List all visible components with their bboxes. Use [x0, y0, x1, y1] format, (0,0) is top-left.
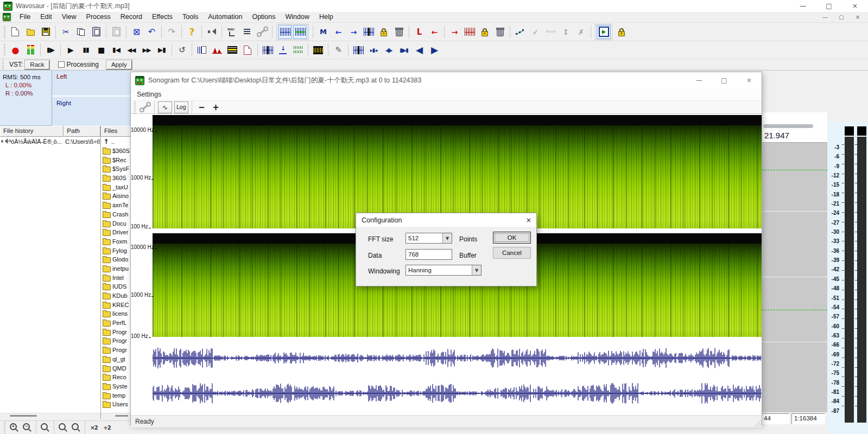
level-meter[interactable] — [23, 43, 37, 57]
waveform-scale-toggle[interactable]: ∿ — [158, 101, 172, 113]
meter-clip-indicator-left[interactable] — [845, 126, 854, 136]
fast-forward[interactable]: ▶▶ — [140, 43, 154, 57]
zoom-half[interactable]: ÷2 — [101, 422, 113, 433]
log-scale-toggle[interactable]: Log — [174, 101, 188, 113]
marker-view[interactable] — [362, 25, 376, 39]
oscilloscope-view[interactable] — [291, 43, 305, 57]
column-header-file-history[interactable]: File history — [0, 126, 64, 137]
chevron-down-icon[interactable]: ▼ — [442, 233, 452, 243]
marker-previous[interactable]: ← — [331, 25, 345, 39]
menu-item-automation[interactable]: Automation — [203, 12, 247, 22]
menu-item-settings[interactable]: Settings — [137, 91, 161, 98]
sonogram-zoom-in[interactable]: + — [209, 102, 222, 113]
pause[interactable]: ▮▮ — [79, 43, 93, 57]
stop[interactable]: ■ — [94, 43, 108, 57]
zoom-out[interactable] — [21, 422, 33, 433]
menu-item-help[interactable]: Help — [314, 12, 338, 22]
help[interactable]: ? — [185, 25, 199, 39]
file-history-row[interactable]: ºóÂ½ÃŵÄÏÄ-Ê®¸ö... C:\Users\ß÷ß÷... — [0, 137, 100, 146]
paste[interactable] — [89, 25, 103, 39]
vst-rack-button[interactable]: Rack — [25, 60, 49, 69]
waveform-left-channel[interactable] — [153, 346, 762, 370]
rewind[interactable]: ◀◀ — [124, 43, 138, 57]
loop-playback[interactable]: ↺ — [175, 43, 189, 57]
processing-checkbox[interactable] — [58, 61, 65, 68]
menu-item-options[interactable]: Options — [247, 12, 280, 22]
dialog-close-button[interactable]: × — [521, 213, 536, 227]
envelope-edit[interactable] — [513, 25, 527, 39]
snap-to-zero-crossing[interactable] — [276, 43, 290, 57]
waveform-right-channel[interactable] — [153, 381, 762, 405]
column-header-path[interactable]: Path — [64, 126, 100, 137]
scrollbar-thumb[interactable] — [115, 415, 128, 417]
audio-output[interactable] — [205, 25, 219, 39]
menu-item-effects[interactable]: Effects — [147, 12, 178, 22]
record[interactable]: ● — [8, 43, 22, 57]
sonogram-config-wrench[interactable] — [138, 102, 151, 113]
pencil-edit[interactable]: ✎ — [331, 43, 345, 57]
menu-item-edit[interactable]: Edit — [35, 12, 57, 22]
fft-size-combo[interactable]: 512 ▼ — [406, 233, 452, 244]
zoom-in[interactable] — [8, 422, 20, 433]
menu-item-process[interactable]: Process — [81, 12, 116, 22]
crop-selection[interactable]: ⊠ — [129, 25, 143, 39]
sonogram-title-bar[interactable]: Sonogram for C:\Users\喵喵\Desktop\日常文件\后陆… — [131, 72, 762, 88]
loop-delete[interactable] — [493, 25, 507, 39]
sonogram-view[interactable] — [225, 43, 239, 57]
waveform-view[interactable] — [278, 25, 292, 39]
menu-item-file[interactable]: File — [15, 12, 35, 22]
marker-delete[interactable] — [392, 25, 406, 39]
midi-settings[interactable] — [225, 25, 239, 39]
meter-clip-indicator-right[interactable] — [857, 126, 866, 136]
zoom-selection[interactable] — [39, 422, 51, 433]
loop-set[interactable]: L — [412, 25, 426, 39]
menu-item-view[interactable]: View — [57, 12, 81, 22]
resize-grip[interactable] — [753, 419, 761, 427]
mdi-minimize-button[interactable]: — — [817, 12, 833, 22]
mdi-close-button[interactable]: × — [850, 12, 866, 22]
play-from-cursor[interactable]: ▮▶ — [43, 43, 58, 57]
windowing-combo[interactable]: Hanning ▼ — [406, 265, 481, 276]
minimize-button[interactable]: — — [790, 0, 816, 12]
copy[interactable] — [74, 25, 88, 39]
main-waveform-background[interactable] — [762, 142, 827, 412]
playlist[interactable] — [240, 25, 254, 39]
fade-in[interactable]: ◀ — [412, 43, 426, 57]
sonogram-close-button[interactable]: × — [737, 72, 762, 88]
expand-selection[interactable]: ◂▮▸ — [382, 43, 396, 57]
text-report[interactable] — [240, 43, 255, 57]
spectrum-analysis[interactable] — [210, 43, 224, 57]
go-to-end[interactable]: ▶▮ — [155, 43, 169, 57]
zoom-all[interactable] — [70, 422, 82, 433]
go-to-start[interactable]: ▮◀ — [109, 43, 123, 57]
marker-lock[interactable] — [377, 25, 391, 39]
cancel-button[interactable]: Cancel — [493, 247, 531, 259]
loop-start[interactable]: ← — [427, 25, 441, 39]
apply-button[interactable]: Apply — [106, 60, 132, 69]
split-selection[interactable]: ▮▶▮ — [397, 43, 411, 57]
menu-item-window[interactable]: Window — [281, 12, 314, 22]
zoom-x2[interactable]: ×2 — [88, 422, 100, 433]
sonogram-zoom-out[interactable]: − — [195, 102, 208, 113]
chevron-down-icon[interactable]: ▼ — [472, 265, 481, 275]
statistics[interactable] — [195, 43, 209, 57]
synthesis-view[interactable] — [311, 43, 325, 57]
global-lock[interactable] — [614, 25, 629, 39]
data-input[interactable]: 768 — [406, 249, 452, 260]
audio-config-wrench[interactable] — [255, 25, 269, 39]
save-file[interactable] — [39, 25, 53, 39]
sonogram-minimize-button[interactable]: — — [687, 72, 712, 88]
waveform-overlay-view[interactable] — [293, 25, 307, 39]
waveform-markers-view[interactable] — [261, 43, 275, 57]
file-history-hscrollbar[interactable] — [0, 413, 100, 419]
play[interactable]: ▶ — [64, 43, 78, 57]
shrink-selection[interactable]: ▸▮◂ — [366, 43, 381, 57]
play-envelope[interactable] — [597, 25, 611, 39]
marker-add[interactable]: M — [316, 25, 330, 39]
loop-view[interactable] — [462, 25, 477, 39]
undo[interactable]: ↶ — [144, 25, 159, 39]
scrollbar-thumb[interactable] — [10, 415, 37, 417]
marker-next[interactable]: → — [346, 25, 360, 39]
maximize-button[interactable]: □ — [816, 0, 842, 12]
selection-tool[interactable] — [351, 43, 365, 57]
